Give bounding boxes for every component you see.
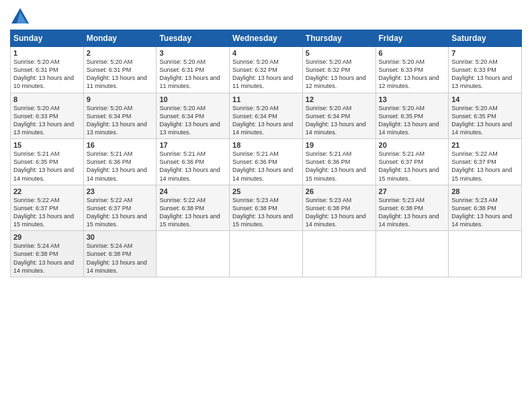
day-number: 9 [87,95,154,103]
day-info: Sunrise: 5:20 AM Sunset: 6:31 PM Dayligh… [159,58,226,91]
day-number: 25 [232,187,300,195]
day-number: 11 [232,95,300,103]
day-info: Sunrise: 5:21 AM Sunset: 6:37 PM Dayligh… [379,150,446,183]
day-number: 27 [379,187,446,195]
day-header-saturday: Saturday [449,30,522,47]
day-number: 12 [306,95,373,103]
day-info: Sunrise: 5:23 AM Sunset: 6:38 PM Dayligh… [232,196,300,229]
calendar-cell [302,231,375,277]
day-info: Sunrise: 5:20 AM Sunset: 6:34 PM Dayligh… [159,104,226,137]
day-number: 21 [451,141,519,149]
calendar-cell: 27 Sunrise: 5:23 AM Sunset: 6:38 PM Dayl… [375,185,449,231]
day-number: 2 [87,49,154,57]
calendar-cell: 11 Sunrise: 5:20 AM Sunset: 6:34 PM Dayl… [230,93,303,139]
day-number: 20 [379,141,446,149]
calendar-cell: 4 Sunrise: 5:20 AM Sunset: 6:32 PM Dayli… [230,47,303,93]
day-info: Sunrise: 5:20 AM Sunset: 6:32 PM Dayligh… [306,58,373,91]
calendar-cell: 24 Sunrise: 5:22 AM Sunset: 6:38 PM Dayl… [157,185,230,231]
calendar-cell: 5 Sunrise: 5:20 AM Sunset: 6:32 PM Dayli… [302,47,375,93]
day-info: Sunrise: 5:22 AM Sunset: 6:37 PM Dayligh… [451,150,519,183]
day-number: 26 [306,187,373,195]
calendar-cell: 29 Sunrise: 5:24 AM Sunset: 6:38 PM Dayl… [11,231,84,277]
day-info: Sunrise: 5:21 AM Sunset: 6:35 PM Dayligh… [13,150,81,183]
calendar-cell: 2 Sunrise: 5:20 AM Sunset: 6:31 PM Dayli… [83,47,157,93]
day-number: 4 [232,49,300,57]
day-info: Sunrise: 5:21 AM Sunset: 6:36 PM Dayligh… [232,150,300,183]
day-number: 10 [159,95,226,103]
calendar-cell: 20 Sunrise: 5:21 AM Sunset: 6:37 PM Dayl… [375,139,449,185]
calendar-cell: 6 Sunrise: 5:20 AM Sunset: 6:33 PM Dayli… [375,47,449,93]
calendar-cell: 8 Sunrise: 5:20 AM Sunset: 6:33 PM Dayli… [11,93,84,139]
day-info: Sunrise: 5:23 AM Sunset: 6:38 PM Dayligh… [306,196,373,229]
calendar-cell: 17 Sunrise: 5:21 AM Sunset: 6:36 PM Dayl… [157,139,230,185]
day-number: 16 [87,141,154,149]
calendar-week-row: 8 Sunrise: 5:20 AM Sunset: 6:33 PM Dayli… [11,93,522,139]
calendar-cell: 12 Sunrise: 5:20 AM Sunset: 6:34 PM Dayl… [302,93,375,139]
calendar-cell [230,231,303,277]
calendar-cell: 23 Sunrise: 5:22 AM Sunset: 6:37 PM Dayl… [83,185,157,231]
day-header-thursday: Thursday [302,30,375,47]
day-info: Sunrise: 5:22 AM Sunset: 6:38 PM Dayligh… [159,196,226,229]
calendar-cell: 26 Sunrise: 5:23 AM Sunset: 6:38 PM Dayl… [302,185,375,231]
calendar-cell: 16 Sunrise: 5:21 AM Sunset: 6:36 PM Dayl… [83,139,157,185]
calendar-header-row: SundayMondayTuesdayWednesdayThursdayFrid… [11,30,522,47]
day-info: Sunrise: 5:20 AM Sunset: 6:35 PM Dayligh… [451,104,519,137]
calendar-cell: 3 Sunrise: 5:20 AM Sunset: 6:31 PM Dayli… [157,47,230,93]
day-info: Sunrise: 5:23 AM Sunset: 6:38 PM Dayligh… [451,196,519,229]
day-header-sunday: Sunday [11,30,84,47]
day-info: Sunrise: 5:21 AM Sunset: 6:36 PM Dayligh… [306,150,373,183]
day-number: 18 [232,141,300,149]
logo-icon [10,7,30,27]
calendar-cell: 19 Sunrise: 5:21 AM Sunset: 6:36 PM Dayl… [302,139,375,185]
day-info: Sunrise: 5:20 AM Sunset: 6:34 PM Dayligh… [306,104,373,137]
calendar-week-row: 22 Sunrise: 5:22 AM Sunset: 6:37 PM Dayl… [11,185,522,231]
calendar-cell: 9 Sunrise: 5:20 AM Sunset: 6:34 PM Dayli… [83,93,157,139]
calendar-cell: 1 Sunrise: 5:20 AM Sunset: 6:31 PM Dayli… [11,47,84,93]
day-number: 13 [379,95,446,103]
day-number: 24 [159,187,226,195]
calendar-cell [449,231,522,277]
day-header-wednesday: Wednesday [230,30,303,47]
calendar-cell [375,231,449,277]
day-number: 17 [159,141,226,149]
day-info: Sunrise: 5:21 AM Sunset: 6:36 PM Dayligh… [87,150,154,183]
day-info: Sunrise: 5:20 AM Sunset: 6:35 PM Dayligh… [379,104,446,137]
day-number: 5 [306,49,373,57]
day-number: 7 [451,49,519,57]
calendar-cell: 13 Sunrise: 5:20 AM Sunset: 6:35 PM Dayl… [375,93,449,139]
day-number: 8 [13,95,81,103]
day-info: Sunrise: 5:20 AM Sunset: 6:31 PM Dayligh… [13,58,81,91]
calendar-cell: 14 Sunrise: 5:20 AM Sunset: 6:35 PM Dayl… [449,93,522,139]
day-info: Sunrise: 5:23 AM Sunset: 6:38 PM Dayligh… [379,196,446,229]
calendar-cell: 15 Sunrise: 5:21 AM Sunset: 6:35 PM Dayl… [11,139,84,185]
calendar-cell: 18 Sunrise: 5:21 AM Sunset: 6:36 PM Dayl… [230,139,303,185]
calendar-week-row: 1 Sunrise: 5:20 AM Sunset: 6:31 PM Dayli… [11,47,522,93]
calendar-cell: 25 Sunrise: 5:23 AM Sunset: 6:38 PM Dayl… [230,185,303,231]
calendar-cell: 10 Sunrise: 5:20 AM Sunset: 6:34 PM Dayl… [157,93,230,139]
day-info: Sunrise: 5:20 AM Sunset: 6:34 PM Dayligh… [232,104,300,137]
day-info: Sunrise: 5:21 AM Sunset: 6:36 PM Dayligh… [159,150,226,183]
day-header-monday: Monday [83,30,157,47]
calendar-cell [157,231,230,277]
day-header-tuesday: Tuesday [157,30,230,47]
calendar-cell: 30 Sunrise: 5:24 AM Sunset: 6:38 PM Dayl… [83,231,157,277]
day-number: 23 [87,187,154,195]
calendar-cell: 21 Sunrise: 5:22 AM Sunset: 6:37 PM Dayl… [449,139,522,185]
day-info: Sunrise: 5:20 AM Sunset: 6:33 PM Dayligh… [13,104,81,137]
calendar-week-row: 15 Sunrise: 5:21 AM Sunset: 6:35 PM Dayl… [11,139,522,185]
logo [10,7,33,27]
day-info: Sunrise: 5:20 AM Sunset: 6:34 PM Dayligh… [87,104,154,137]
day-info: Sunrise: 5:20 AM Sunset: 6:31 PM Dayligh… [87,58,154,91]
calendar-cell: 7 Sunrise: 5:20 AM Sunset: 6:33 PM Dayli… [449,47,522,93]
day-info: Sunrise: 5:20 AM Sunset: 6:33 PM Dayligh… [451,58,519,91]
day-header-friday: Friday [375,30,449,47]
day-number: 3 [159,49,226,57]
day-number: 6 [379,49,446,57]
calendar-cell: 22 Sunrise: 5:22 AM Sunset: 6:37 PM Dayl… [11,185,84,231]
day-info: Sunrise: 5:20 AM Sunset: 6:32 PM Dayligh… [232,58,300,91]
calendar-table: SundayMondayTuesdayWednesdayThursdayFrid… [10,30,522,277]
day-number: 30 [87,233,154,241]
day-info: Sunrise: 5:24 AM Sunset: 6:38 PM Dayligh… [13,242,81,275]
day-number: 29 [13,233,81,241]
day-info: Sunrise: 5:20 AM Sunset: 6:33 PM Dayligh… [379,58,446,91]
